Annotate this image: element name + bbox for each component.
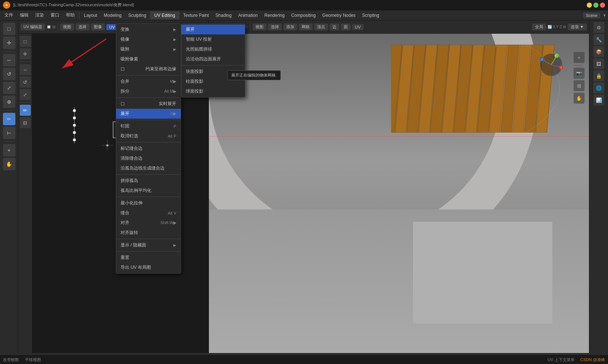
dropdown-unpin[interactable]: 取消钉选 Alt P xyxy=(116,131,181,141)
menu-file[interactable]: 文件 xyxy=(1,11,16,19)
maximize-button[interactable] xyxy=(593,3,598,8)
dropdown-transform[interactable]: 变换 ▶ xyxy=(116,25,181,34)
vp-mesh-btn[interactable]: 网格 xyxy=(299,23,313,30)
dropdown-snap-pixels[interactable]: 吸附像素 xyxy=(116,54,181,64)
vp-face-btn[interactable]: 面 xyxy=(341,23,351,30)
sub-sphere-proj[interactable]: 球面投影 xyxy=(181,86,245,96)
dropdown-constrain-canvas[interactable]: ☐ 约束至画布边缘 xyxy=(116,64,181,74)
dropdown-pack-islands[interactable]: 拼排孤岛 xyxy=(116,176,181,186)
rs-tool-1[interactable]: ⚙ xyxy=(593,22,604,33)
menu-uv-editing[interactable]: UV Editing xyxy=(150,11,180,19)
dropdown-align-rotation[interactable]: 对齐旋转 xyxy=(116,228,181,238)
dropdown-gen-seam[interactable]: 沿孤岛边线生成缝合边 xyxy=(116,163,181,173)
uv-tool-move[interactable]: ↔ xyxy=(20,64,31,75)
uv-select-btn[interactable]: 选择 xyxy=(75,23,89,30)
dropdown-merge[interactable]: 合并 M▶ xyxy=(116,77,181,86)
tool-move[interactable]: ↔ xyxy=(3,54,15,66)
menu-sculpting[interactable]: Sculpting xyxy=(125,12,149,19)
menu-rendering[interactable]: Rendering xyxy=(261,12,287,19)
rs-tool-5[interactable]: 🔒 xyxy=(593,70,604,81)
vp-edge-btn[interactable]: 边 xyxy=(329,23,339,30)
dropdown-minimize-stretch[interactable]: 最小化拉伸 xyxy=(116,198,181,208)
vp-global-btn[interactable]: 全局 xyxy=(532,23,546,30)
uv-view-btn[interactable]: 视图 xyxy=(60,23,74,30)
menu-animation[interactable]: Animation xyxy=(235,12,261,19)
dropdown-sep-8 xyxy=(116,251,181,252)
tool-cursor[interactable]: ✛ xyxy=(3,37,15,49)
dropdown-live-unwrap[interactable]: ☐ 实时展开 xyxy=(116,99,181,109)
menu-texture-paint[interactable]: Texture Paint xyxy=(180,12,212,19)
split-shortcut: Alt M▶ xyxy=(164,89,176,94)
menu-layout[interactable]: Layout xyxy=(81,12,100,19)
tool-select-box[interactable]: □ xyxy=(3,23,15,35)
sub-smart-uv[interactable]: 智能 UV 投射 xyxy=(181,34,245,44)
menu-shading[interactable]: Shading xyxy=(213,12,235,19)
menu-render[interactable]: 渲染 xyxy=(32,11,47,19)
menu-window[interactable]: 窗口 xyxy=(48,11,62,19)
uv-tool-cursor[interactable]: ✛ xyxy=(20,48,31,59)
rs-tool-6[interactable]: 🌐 xyxy=(593,82,604,93)
menu-modeling[interactable]: Modeling xyxy=(101,12,125,19)
svg-point-1 xyxy=(73,109,76,112)
scene-selector[interactable]: Scene xyxy=(583,12,600,18)
dropdown-average-scale[interactable]: 孤岛比例平均化 xyxy=(116,186,181,196)
sub-unwrap[interactable]: 展开 xyxy=(181,25,245,34)
tool-add-mesh[interactable]: + xyxy=(3,144,15,156)
dropdown-snap[interactable]: 吸附 ▶ xyxy=(116,44,181,54)
rs-tool-3[interactable]: 📦 xyxy=(593,46,604,57)
close-button[interactable] xyxy=(600,3,605,8)
vp-zoom-in-btn[interactable]: + xyxy=(574,52,585,63)
dropdown-split[interactable]: 拆分 Alt M▶ xyxy=(116,86,181,96)
vp-view-btn[interactable]: 视图 xyxy=(253,23,266,30)
vp-vertex-btn[interactable]: 顶点 xyxy=(314,23,328,30)
tool-measure[interactable]: ⊢ xyxy=(3,127,15,139)
menu-edit[interactable]: 编辑 xyxy=(17,11,32,19)
vp-grid-btn[interactable]: ⊞ xyxy=(574,80,585,91)
vp-camera-btn[interactable]: 📷 xyxy=(574,68,585,79)
menu-scripting[interactable]: Scripting xyxy=(359,12,382,19)
dropdown-mark-seam[interactable]: 标记缝合边 xyxy=(116,144,181,153)
dropdown-align[interactable]: 对齐 Shift W▶ xyxy=(116,218,181,228)
dropdown-mirror[interactable]: 镜像 ▶ xyxy=(116,34,181,44)
dropdown-sep-3 xyxy=(116,120,181,120)
dropdown-export-uv[interactable]: 导出 UV 布局图 xyxy=(116,263,181,272)
dropdown-unwrap[interactable]: 展开 U▶ xyxy=(116,109,181,119)
sub-lightmap-pack[interactable]: 光照贴图拼排 xyxy=(181,44,245,54)
uv-tool-rotate[interactable]: ↺ xyxy=(20,77,31,88)
rs-tool-7[interactable]: 📊 xyxy=(593,94,604,105)
live-unwrap-checkbox: ☐ xyxy=(121,101,126,107)
uv-tool-scale[interactable]: ⤢ xyxy=(20,89,31,100)
uv-header-icon-2: ⊞ xyxy=(52,25,55,29)
vp-uv-btn[interactable]: UV xyxy=(352,24,364,30)
menu-compositing[interactable]: Compositing xyxy=(288,12,319,19)
uv-image-btn[interactable]: 图像 xyxy=(91,23,105,30)
rs-tool-2[interactable]: 🔧 xyxy=(593,34,604,45)
vp-options-btn[interactable]: 选项 ▼ xyxy=(568,23,587,30)
status-brand: CSDN @凌峰 xyxy=(581,357,605,363)
dropdown-reset[interactable]: 重置 xyxy=(116,253,181,263)
tool-grab[interactable]: ✋ xyxy=(3,158,15,170)
tool-annotate[interactable]: ✏ xyxy=(3,113,15,125)
vp-pan-btn[interactable]: ✋ xyxy=(574,93,585,104)
dropdown-stitch[interactable]: 缝合 Alt V xyxy=(116,208,181,218)
uv-tool-select[interactable]: □ xyxy=(20,36,31,47)
tool-scale[interactable]: ⤢ xyxy=(3,82,15,94)
minimize-button[interactable] xyxy=(587,3,592,8)
tool-transform[interactable]: ⊕ xyxy=(3,96,15,108)
dropdown-show-hide[interactable]: 显示 / 隐藏面 ▶ xyxy=(116,240,181,250)
dropdown-pin[interactable]: 钉固 P xyxy=(116,121,181,131)
uv-tool-annotate[interactable]: ✏ xyxy=(20,105,31,116)
vp-select-btn[interactable]: 选择 xyxy=(268,23,282,30)
menu-help[interactable]: 帮助 xyxy=(63,11,78,19)
dropdown-clear-seam[interactable]: 清除缝合边 xyxy=(116,153,181,163)
uv-editor-mode-btn[interactable]: UV 编辑器 xyxy=(21,23,45,30)
snap-arrow: ▶ xyxy=(173,47,176,51)
menu-geometry-nodes[interactable]: Geometry Nodes xyxy=(319,12,358,19)
vp-add-btn[interactable]: 添加 xyxy=(283,23,297,30)
uv-tool-snap[interactable]: ⊟ xyxy=(20,117,31,128)
status-center: 平移视图 xyxy=(25,357,41,363)
tool-rotate[interactable]: ↺ xyxy=(3,68,15,80)
sub-follow-active[interactable]: 沿活动四边面展开 xyxy=(181,54,245,64)
rs-tool-4[interactable]: 🖼 xyxy=(593,58,604,69)
toolbar-separator-2 xyxy=(4,110,15,111)
